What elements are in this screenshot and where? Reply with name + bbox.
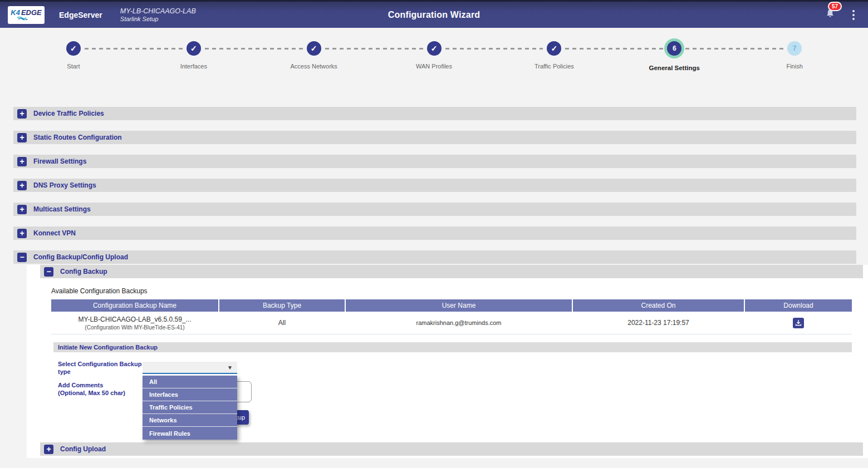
minus-icon[interactable]: − (17, 253, 27, 262)
select-backup-type-label: Select Configuration Backup type (58, 360, 143, 376)
column-header-created-on: Created On (573, 299, 744, 312)
accordion-header[interactable]: + Device Traffic Policies (13, 107, 856, 120)
page-title: Configuration Wizard (388, 10, 480, 20)
download-button[interactable] (793, 318, 804, 328)
config-backup-upload-panel: − Config Backup Available Configuration … (27, 265, 868, 458)
wizard-step: ✓ Start (13, 41, 134, 71)
step-label: WAN Profiles (416, 63, 452, 70)
plus-icon[interactable]: + (44, 445, 53, 454)
plus-icon[interactable]: + (17, 229, 27, 238)
plus-icon[interactable]: + (17, 181, 27, 190)
config-upload-section-header[interactable]: + Config Upload (40, 442, 863, 456)
wizard-step: ✓ Interfaces (134, 41, 254, 71)
k4-edge-logo[interactable]: K4EDGE (8, 6, 45, 24)
kebab-dot (852, 14, 855, 16)
app-header: K4EDGE EdgeServer MY-LB-CHICAAGO-LAB Sta… (0, 0, 868, 28)
plus-icon[interactable]: + (17, 109, 27, 119)
backup-type-select[interactable]: ▼ (143, 362, 237, 374)
add-comments-label-line2: (Optional, Max 50 char) (58, 389, 143, 397)
accordion-label: Firewall Settings (33, 157, 86, 165)
step-label: General Settings (649, 65, 700, 71)
accordion-header[interactable]: + Static Routes Configuration (13, 131, 856, 144)
column-header-download: Download (745, 299, 852, 312)
chevron-down-icon: ▼ (227, 364, 233, 371)
step-circle[interactable]: 6 (667, 41, 681, 56)
notification-count-badge: 57 (828, 2, 842, 11)
column-header-backup-type: Backup Type (219, 299, 345, 312)
accordion-header-config-backup-upload[interactable]: − Config Backup/Config Upload (13, 250, 856, 264)
accordion-label: DNS Proxy Settings (33, 181, 96, 189)
plus-icon[interactable]: + (17, 157, 27, 166)
step-circle[interactable]: ✓ (547, 41, 561, 56)
initiate-button-row: Initiate Backup (201, 410, 852, 425)
column-header-name: Configuration Backup Name (51, 299, 218, 312)
wizard-stepper: ✓ Start ✓ Interfaces ✓ Access Networks ✓… (0, 28, 868, 71)
device-info: MY-LB-CHICAAGO-LAB Starlink Setup (120, 7, 196, 23)
app-name: EdgeServer (59, 11, 102, 19)
dropdown-option[interactable]: Interfaces (143, 388, 237, 401)
step-label: Traffic Policies (534, 63, 574, 70)
plus-icon[interactable]: + (17, 205, 27, 214)
accordion-header[interactable]: + Konnect VPN (13, 226, 856, 240)
accordion-label: Multicast Settings (33, 205, 91, 213)
cell-user-name: ramakrishnan.g@truminds.com (346, 312, 572, 334)
wizard-step: 6 General Settings (614, 41, 734, 71)
add-comments-label: Add Comments (Optional, Max 50 char) (58, 381, 143, 397)
created-on-value: 2022-11-23 17:19:57 (627, 319, 689, 327)
step-circle[interactable]: ✓ (427, 41, 442, 56)
step-label: Interfaces (180, 63, 207, 70)
device-name: MY-LB-CHICAAGO-LAB (120, 7, 196, 15)
step-circle[interactable]: ✓ (66, 41, 81, 56)
table-header-row: Configuration Backup Name Backup Type Us… (51, 299, 852, 312)
initiate-backup-bar: Initiate New Configuration Backup (53, 342, 852, 352)
backups-table: Configuration Backup Name Backup Type Us… (51, 299, 852, 334)
backup-type-dropdown-menu: All Interfaces Traffic Policies Networks… (143, 376, 237, 440)
add-comments-label-line1: Add Comments (58, 381, 143, 389)
accordion-header[interactable]: + Multicast Settings (13, 203, 856, 216)
download-icon (795, 319, 802, 326)
device-subtitle: Starlink Setup (120, 15, 196, 23)
user-name-value: ramakrishnan.g@truminds.com (416, 319, 502, 326)
backup-type-value: All (278, 319, 286, 327)
dropdown-option[interactable]: Firewall Rules (143, 427, 237, 440)
accordion-label: Config Backup/Config Upload (33, 253, 128, 261)
step-label: Finish (786, 63, 802, 70)
cell-backup-name: MY-LB-CHICAAGO-LAB_v6.5.0.59_... (Config… (51, 312, 218, 334)
logo-wave-icon (17, 17, 36, 20)
step-circle[interactable]: ✓ (307, 41, 321, 56)
config-backup-content: Available Configuration Backups Configur… (51, 287, 852, 425)
cell-download (745, 312, 852, 334)
step-circle[interactable]: ✓ (187, 41, 201, 56)
more-menu-button[interactable] (850, 8, 857, 22)
minus-icon[interactable]: − (44, 267, 53, 277)
wizard-step: ✓ Access Networks (254, 41, 374, 71)
logo-text: K4EDGE (11, 9, 41, 16)
step-label: Start (67, 63, 80, 70)
backup-type-form-row: Select Configuration Backup type ▼ All I… (58, 360, 852, 376)
wizard-step: ✓ WAN Profiles (374, 41, 494, 71)
backup-type-select-wrap: ▼ All Interfaces Traffic Policies Networ… (143, 362, 237, 374)
settings-accordion-list: + Device Traffic Policies + Static Route… (13, 107, 856, 458)
dropdown-option[interactable]: Traffic Policies (143, 401, 237, 414)
step-label: Access Networks (290, 63, 337, 70)
notifications-button[interactable]: 57 (825, 8, 836, 22)
config-backup-section-header[interactable]: − Config Backup (40, 265, 863, 278)
accordion-header[interactable]: + Firewall Settings (13, 155, 856, 168)
accordion-label: Static Routes Configuration (33, 134, 122, 141)
section-label: Config Upload (60, 445, 106, 453)
table-row: MY-LB-CHICAAGO-LAB_v6.5.0.59_... (Config… (51, 312, 852, 334)
backup-name: MY-LB-CHICAAGO-LAB_v6.5.0.59_... (79, 316, 192, 323)
accordion-label: Konnect VPN (33, 229, 76, 237)
wizard-step: ✓ Traffic Policies (494, 41, 614, 71)
header-actions: 57 (825, 8, 860, 22)
dropdown-option[interactable]: Networks (143, 414, 237, 427)
kebab-dot (852, 18, 855, 20)
accordion-header[interactable]: + DNS Proxy Settings (13, 179, 856, 192)
accordion-label: Device Traffic Policies (33, 110, 104, 117)
available-backups-label: Available Configuration Backups (51, 287, 852, 295)
step-circle[interactable]: 7 (787, 41, 802, 56)
cell-created-on: 2022-11-23 17:19:57 (573, 312, 744, 334)
plus-icon[interactable]: + (17, 133, 27, 142)
dropdown-option[interactable]: All (143, 376, 237, 388)
wizard-step: 7 Finish (734, 41, 855, 71)
